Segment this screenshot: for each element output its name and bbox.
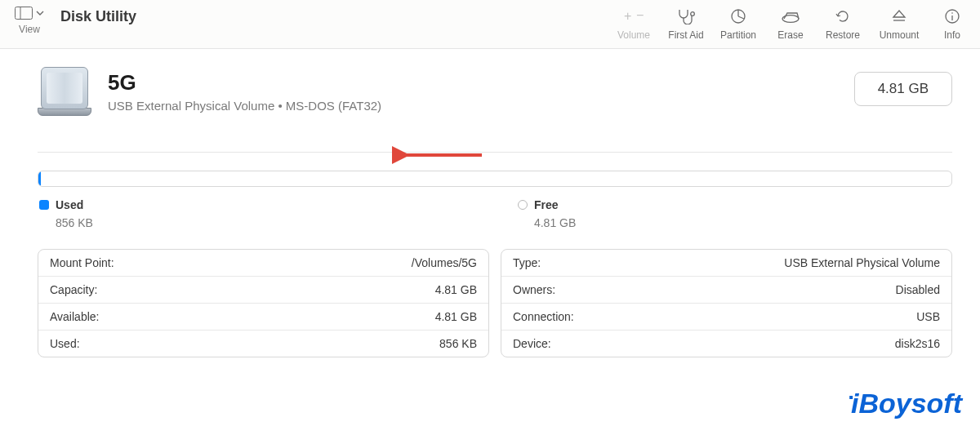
partition-action[interactable]: Partition [712,3,764,44]
info-label: Info [944,29,960,41]
volume-name: 5G [108,70,381,95]
detail-value: /Volumes/5G [412,256,477,269]
volume-action: +− Volume [608,3,660,44]
restore-icon [835,7,851,26]
restore-action[interactable]: Restore [817,3,869,44]
external-drive-icon [38,67,91,121]
erase-action[interactable]: Erase [764,3,817,44]
detail-key: Mount Point: [50,256,114,269]
used-value: 856 KB [39,216,93,229]
main-content: 5G USB External Physical Volume • MS-DOS… [0,49,980,357]
details-tables: Mount Point:/Volumes/5GCapacity:4.81 GBA… [38,249,952,357]
detail-key: Owners: [513,283,555,296]
free-value: 4.81 GB [518,216,576,229]
erase-icon [780,7,801,26]
detail-key: Connection: [513,310,574,323]
detail-value: USB [916,310,940,323]
legend-used: Used 856 KB [39,198,93,229]
sidebar-icon [15,7,33,20]
unmount-label: Unmount [880,29,920,41]
detail-key: Available: [50,310,99,323]
erase-label: Erase [777,29,803,41]
svg-point-4 [691,12,695,16]
detail-row: Capacity:4.81 GB [38,277,488,304]
detail-row: Connection:USB [501,304,951,331]
svg-point-8 [951,12,953,14]
volume-size-box: 4.81 GB [854,72,952,106]
detail-row: Used:856 KB [38,331,488,357]
svg-text:+: + [624,9,631,23]
volume-subtitle: USB External Physical Volume • MS-DOS (F… [108,99,381,113]
free-label: Free [534,198,559,211]
first-aid-label: First Aid [668,29,703,41]
restore-label: Restore [826,29,860,41]
detail-row: Device:disk2s16 [501,331,951,357]
usage-fill-used [38,171,41,186]
chevron-down-icon [36,10,44,16]
eject-icon [891,7,907,26]
details-right: Type:USB External Physical VolumeOwners:… [501,249,952,357]
detail-value: disk2s16 [895,337,940,350]
detail-key: Capacity: [50,283,97,296]
watermark-logo: ▪iBoysoft [849,388,962,419]
unmount-action[interactable]: Unmount [869,3,929,44]
detail-row: Type:USB External Physical Volume [501,250,951,277]
partition-label: Partition [720,29,756,41]
legend-free: Free 4.81 GB [518,198,576,229]
app-title: Disk Utility [57,0,136,25]
detail-key: Type: [513,256,541,269]
sidebar-toggle-button[interactable] [11,5,47,21]
info-icon [944,7,960,26]
free-swatch-icon [518,200,528,210]
detail-value: 4.81 GB [435,283,477,296]
usage-legend: Used 856 KB Free 4.81 GB [38,198,952,229]
detail-key: Device: [513,337,551,350]
used-label: Used [56,198,83,211]
svg-rect-0 [16,7,33,20]
detail-row: Mount Point:/Volumes/5G [38,250,488,277]
detail-value: USB External Physical Volume [784,256,940,269]
detail-value: Disabled [896,283,940,296]
used-swatch-icon [39,200,49,210]
info-action[interactable]: Info [929,3,975,44]
detail-value: 856 KB [439,337,477,350]
detail-value: 4.81 GB [435,310,477,323]
volume-header: 5G USB External Physical Volume • MS-DOS… [38,67,952,121]
svg-text:−: − [636,9,644,22]
toolbar: View Disk Utility +− Volume First Aid [0,0,980,49]
view-control: View [0,0,57,35]
detail-row: Owners:Disabled [501,277,951,304]
volume-label: Volume [617,29,650,41]
stethoscope-icon [676,7,696,26]
first-aid-action[interactable]: First Aid [660,3,712,44]
usage-bar [38,171,952,187]
detail-key: Used: [50,337,80,350]
details-left: Mount Point:/Volumes/5GCapacity:4.81 GBA… [38,249,489,357]
plus-minus-icon: +− [621,7,646,26]
toolbar-actions: +− Volume First Aid Partition [608,0,980,44]
detail-row: Available:4.81 GB [38,304,488,331]
divider [38,152,952,153]
pie-icon [730,7,746,26]
view-label: View [19,24,40,35]
